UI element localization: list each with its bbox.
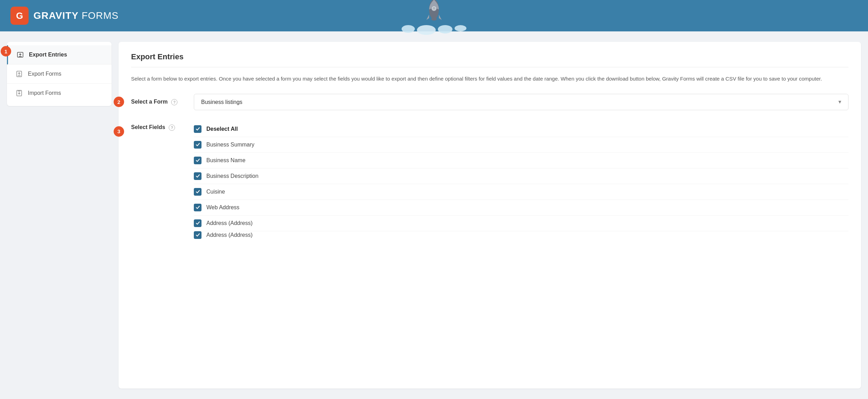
import-forms-icon bbox=[15, 89, 23, 97]
checkbox-business-description[interactable] bbox=[194, 172, 201, 180]
field-item-deselect-all[interactable]: Deselect All bbox=[194, 121, 848, 137]
sidebar-item-import-forms[interactable]: Import Forms bbox=[7, 84, 112, 103]
field-item-address-2[interactable]: Address (Address) bbox=[194, 231, 848, 239]
field-label-business-summary: Business Summary bbox=[206, 142, 254, 148]
field-label-address-1: Address (Address) bbox=[206, 220, 253, 226]
rocket-icon bbox=[424, 0, 444, 25]
sidebar-label-export-entries: Export Entries bbox=[29, 52, 67, 58]
field-item-web-address[interactable]: Web Address bbox=[194, 200, 848, 216]
export-forms-icon bbox=[15, 70, 23, 78]
page-title: Export Entries bbox=[131, 52, 848, 67]
select-fields-label: Select Fields ? bbox=[131, 121, 183, 131]
select-fields-row: 3 Select Fields ? Deselect All bbox=[131, 121, 848, 239]
select-form-label: Select a Form ? bbox=[131, 99, 183, 105]
checkbox-address-2[interactable] bbox=[194, 231, 201, 239]
logo-icon: G bbox=[10, 7, 29, 25]
logo-area: G GRAVITY FORMS bbox=[10, 7, 119, 25]
field-item-business-description[interactable]: Business Description bbox=[194, 168, 848, 184]
checkbox-cuisine[interactable] bbox=[194, 188, 201, 196]
sidebar-label-export-forms: Export Forms bbox=[28, 71, 61, 77]
sidebar-item-export-entries[interactable]: Export Entries bbox=[7, 45, 112, 65]
field-item-cuisine[interactable]: Cuisine bbox=[194, 184, 848, 200]
rocket-illustration bbox=[402, 0, 466, 35]
field-item-business-summary[interactable]: Business Summary bbox=[194, 137, 848, 153]
app-header: G GRAVITY FORMS bbox=[0, 0, 868, 31]
field-label-business-name: Business Name bbox=[206, 157, 245, 164]
svg-point-2 bbox=[433, 7, 435, 10]
checkbox-web-address[interactable] bbox=[194, 204, 201, 211]
checkbox-business-name[interactable] bbox=[194, 157, 201, 164]
form-select-wrapper: Business listings ▼ bbox=[194, 94, 848, 110]
content-area: Export Entries Select a form below to ex… bbox=[119, 42, 861, 389]
checkbox-deselect-all[interactable] bbox=[194, 125, 201, 133]
step-1-badge: 1 bbox=[1, 46, 11, 57]
checkbox-address-1[interactable] bbox=[194, 219, 201, 227]
sidebar-label-import-forms: Import Forms bbox=[28, 90, 61, 96]
description-text: Select a form below to export entries. O… bbox=[131, 74, 848, 83]
fields-list: Deselect All Business Summary Business N… bbox=[194, 121, 848, 239]
logo-text: GRAVITY FORMS bbox=[33, 10, 119, 21]
sidebar-wrapper: 1 Export Entries bbox=[7, 42, 112, 389]
sidebar-item-export-forms[interactable]: Export Forms bbox=[7, 65, 112, 84]
select-form-row: 2 Select a Form ? Business listings ▼ bbox=[131, 94, 848, 110]
field-label-deselect-all: Deselect All bbox=[206, 126, 238, 132]
field-item-business-name[interactable]: Business Name bbox=[194, 153, 848, 168]
main-layout: 1 Export Entries bbox=[0, 31, 868, 399]
step-2-badge: 2 bbox=[114, 97, 124, 107]
field-label-business-description: Business Description bbox=[206, 173, 258, 179]
field-label-web-address: Web Address bbox=[206, 204, 239, 211]
svg-point-3 bbox=[431, 18, 437, 21]
sidebar: Export Entries Export Forms bbox=[7, 42, 112, 106]
step-3-badge: 3 bbox=[114, 126, 124, 137]
select-form-help-icon[interactable]: ? bbox=[171, 99, 177, 105]
checkbox-business-summary[interactable] bbox=[194, 141, 201, 149]
select-fields-help-icon[interactable]: ? bbox=[169, 125, 175, 131]
form-select[interactable]: Business listings bbox=[194, 94, 848, 110]
field-item-address-1[interactable]: Address (Address) bbox=[194, 216, 848, 231]
export-entries-icon bbox=[16, 51, 24, 59]
field-label-cuisine: Cuisine bbox=[206, 189, 225, 195]
field-label-address-2: Address (Address) bbox=[206, 232, 253, 238]
